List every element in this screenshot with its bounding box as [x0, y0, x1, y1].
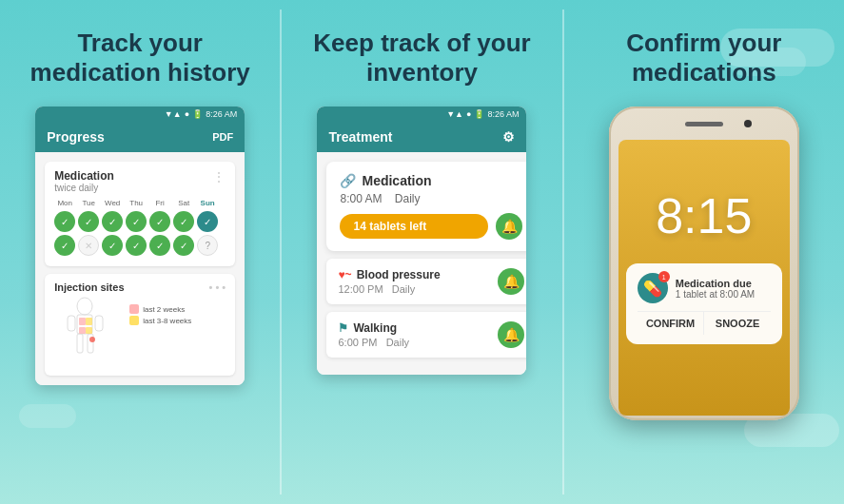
bp-left: ♥~ Blood pressure 12:00 PM Daily: [338, 268, 498, 295]
link-icon: 🔗: [340, 173, 356, 188]
panel3-title: Confirm your medications: [583, 29, 825, 87]
svg-rect-6: [79, 318, 86, 325]
notif-badge: 1: [658, 271, 670, 282]
days-header: Mon Tue Wed Thu Fri Sat Sun: [54, 199, 226, 207]
pdf-button[interactable]: PDF: [212, 131, 233, 143]
panel-inventory: Keep track of your inventory ▼▲ ● 🔋 8:26…: [282, 0, 561, 504]
check-wed-2: ✓: [102, 235, 123, 256]
phone-screen-inner: 8:15 💊 1 Medication due 1 tablet at 8:00…: [618, 140, 790, 416]
day-sat: Sat: [173, 199, 194, 207]
notif-header: 💊 1 Medication due 1 tablet at 8:00 AM: [638, 273, 771, 303]
phone3-container: 8:15 💊 1 Medication due 1 tablet at 8:00…: [609, 107, 799, 420]
check-sat-2: ✓: [173, 235, 194, 256]
body-diagram-svg: [54, 297, 116, 368]
phone-content-1: Medication twice daily ⋮ Mon Tue Wed Thu…: [35, 152, 245, 385]
check-mon-2: ✓: [54, 235, 75, 256]
bell-button-walking[interactable]: 🔔: [498, 321, 524, 348]
svg-rect-3: [95, 316, 103, 331]
panel-confirm: Confirm your medications 8:15 💊 1: [564, 0, 844, 504]
walking-name: ⚑ Walking: [338, 321, 498, 335]
panel1-title: Track your medication history: [19, 29, 261, 87]
day-thu: Thu: [126, 199, 147, 207]
phone-screen-2: ▼▲ ● 🔋 8:26 AM Treatment ⚙ 🔗 Medication: [317, 107, 526, 375]
bell-button-1[interactable]: 🔔: [496, 213, 522, 240]
check-fri-1: ✓: [149, 211, 170, 232]
bell-button-bp[interactable]: 🔔: [498, 268, 524, 295]
check-wed-1: ✓: [102, 211, 123, 232]
svg-point-10: [89, 337, 95, 342]
medication-card-1: Medication twice daily ⋮ Mon Tue Wed Thu…: [45, 162, 235, 266]
svg-rect-8: [79, 327, 86, 334]
battery-icon: 🔋: [192, 109, 203, 119]
walking-icon: ⚑: [338, 321, 348, 335]
lock-time: 8:15: [656, 187, 752, 244]
wifi-icon: ●: [185, 109, 189, 119]
svg-rect-7: [86, 318, 92, 325]
day-sun: Sun: [197, 199, 218, 207]
legend-color-yellow: [129, 316, 139, 325]
svg-rect-4: [77, 334, 83, 353]
phone-header-2: Treatment ⚙: [317, 122, 526, 152]
day-mon: Mon: [54, 199, 75, 207]
med-frequency-1: twice daily: [54, 183, 114, 193]
signal-icon: ▼▲: [165, 109, 182, 119]
check-sun-2: ?: [197, 235, 218, 256]
injection-section: Injection sites • • •: [45, 274, 235, 376]
more-icon[interactable]: ⋮: [212, 169, 226, 184]
check-tue-2: ✕: [78, 235, 99, 256]
phone-body: 8:15 💊 1 Medication due 1 tablet at 8:00…: [609, 107, 799, 420]
injection-title: Injection sites • • •: [54, 281, 226, 293]
legend-item-2: last 3-8 weeks: [129, 316, 191, 325]
day-fri: Fri: [149, 199, 170, 207]
check-row-2: ✓ ✕ ✓ ✓ ✓ ✓ ?: [54, 235, 226, 256]
bp-time: 12:00 PM Daily: [338, 283, 498, 295]
check-thu-1: ✓: [126, 211, 147, 232]
status-time-2: 8:26 AM: [487, 109, 519, 119]
tablets-button[interactable]: 14 tablets left: [340, 214, 488, 239]
check-tue-1: ✓: [78, 211, 99, 232]
phone-camera: [744, 120, 752, 127]
check-sun-1: ✓: [197, 211, 218, 232]
svg-rect-2: [68, 316, 75, 331]
phone-content-2: 🔗 Medication 8:00 AM Daily 14 tablets le…: [317, 152, 526, 375]
treatment-med-name: 🔗 Medication: [340, 173, 522, 188]
treatment-item-bp: ♥~ Blood pressure 12:00 PM Daily 🔔: [326, 259, 526, 304]
app-container: Track your medication history ▼▲ ● 🔋 8:2…: [0, 0, 844, 504]
phone-screen-1: ▼▲ ● 🔋 8:26 AM Progress PDF Medication t…: [35, 107, 245, 385]
status-time-1: 8:26 AM: [206, 109, 237, 119]
bp-name: ♥~ Blood pressure: [338, 268, 498, 281]
header-title-1: Progress: [47, 129, 105, 145]
day-wed: Wed: [102, 199, 123, 207]
panel2-title: Keep track of your inventory: [301, 29, 542, 87]
check-fri-2: ✓: [149, 235, 170, 256]
settings-icon[interactable]: ⚙: [502, 129, 515, 145]
check-mon-1: ✓: [54, 211, 75, 232]
notification-card: 💊 1 Medication due 1 tablet at 8:00 AM C…: [626, 263, 782, 344]
check-sat-1: ✓: [173, 211, 194, 232]
status-bar-2: ▼▲ ● 🔋 8:26 AM: [317, 107, 526, 122]
notif-title: Medication due: [676, 278, 755, 289]
header-title-2: Treatment: [328, 129, 392, 145]
treatment-item-walking: ⚑ Walking 6:00 PM Daily 🔔: [326, 312, 526, 358]
svg-rect-9: [86, 327, 92, 334]
check-row-1: ✓ ✓ ✓ ✓ ✓ ✓ ✓: [54, 211, 226, 232]
walking-time: 6:00 PM Daily: [338, 337, 498, 348]
battery-icon-2: 🔋: [474, 109, 484, 119]
status-bar-1: ▼▲ ● 🔋 8:26 AM: [35, 107, 245, 122]
treatment-time: 8:00 AM Daily: [340, 192, 522, 205]
svg-rect-5: [88, 334, 93, 353]
confirm-button[interactable]: CONFIRM: [638, 312, 705, 335]
panel-history: Track your medication history ▼▲ ● 🔋 8:2…: [0, 0, 280, 504]
signal-icon-2: ▼▲: [446, 109, 463, 119]
legend-item-1: last 2 weeks: [129, 304, 191, 314]
notif-text: Medication due 1 tablet at 8:00 AM: [676, 278, 755, 300]
day-tue: Tue: [78, 199, 99, 207]
more-dots[interactable]: • • •: [208, 281, 226, 293]
legend-color-pink: [129, 304, 139, 314]
snooze-button[interactable]: SNOOZE: [704, 312, 771, 335]
wifi-icon-2: ●: [466, 109, 471, 119]
treatment-card-main: 🔗 Medication 8:00 AM Daily 14 tablets le…: [326, 162, 526, 251]
body-diagram: last 2 weeks last 3-8 weeks: [54, 297, 226, 368]
heartbeat-icon: ♥~: [338, 268, 351, 281]
phone-speaker: [685, 122, 723, 126]
